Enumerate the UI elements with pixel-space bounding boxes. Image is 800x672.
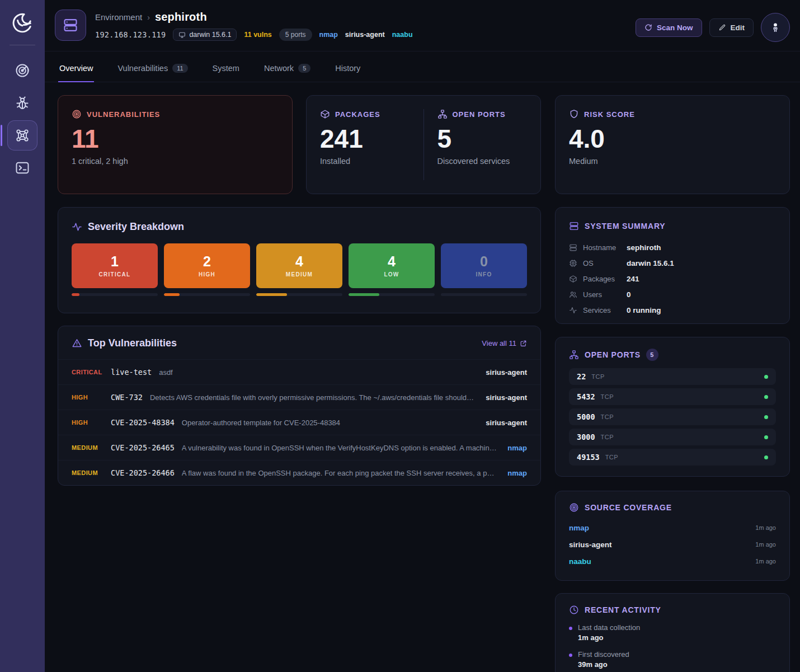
breadcrumb-parent[interactable]: Environment [95, 12, 142, 22]
packages-ports-card: PACKAGES 241 Installed [306, 95, 541, 194]
source-tag-nmap: nmap [319, 31, 338, 39]
system-summary-title: SYSTEM SUMMARY [569, 221, 776, 231]
vulnerability-row[interactable]: HIGH CVE-2025-48384 Operator-authored te… [58, 410, 540, 435]
vulnerability-id: CWE-732 [111, 393, 143, 402]
port-row[interactable]: 5432 TCP [569, 388, 776, 405]
source-row-sirius-agent: sirius-agent 1m ago [569, 536, 776, 553]
open-ports-stat: OPEN PORTS 5 Discovered services [423, 109, 541, 180]
vulnerability-id: CVE-2025-48384 [111, 418, 175, 427]
severity-breakdown-title: Severity Breakdown [72, 221, 527, 233]
port-status-dot [764, 375, 768, 379]
page-header: Environment › sephiroth 192.168.123.119 [45, 0, 800, 51]
source-row-naabu: naabu 1m ago [569, 553, 776, 570]
tab-vulnerabilities-badge: 11 [172, 64, 187, 73]
tab-overview-label: Overview [59, 64, 93, 73]
pulse-icon [569, 306, 577, 314]
severity-breakdown-card: Severity Breakdown 1 CRITICAL 2 HIGH 4 [58, 207, 541, 313]
vulnerability-row[interactable]: HIGH CWE-732 Detects AWS credentials fil… [58, 384, 540, 410]
tab-vulnerabilities[interactable]: Vulnerabilities 11 [116, 63, 189, 82]
target-icon [72, 109, 82, 119]
severity-bar-low [349, 293, 435, 296]
vulnerability-description: A flaw was found in the OpenSSH package.… [182, 469, 498, 477]
server-icon [569, 243, 577, 252]
tab-system[interactable]: System [211, 63, 241, 82]
open-ports-count: 5 [437, 126, 528, 152]
refresh-icon [644, 24, 652, 31]
summary-row-hostname: Hostname sephiroth [569, 239, 776, 255]
vulnerabilities-count: 11 [72, 126, 279, 152]
network-icon [569, 350, 579, 360]
wolf-logo[interactable] [10, 10, 35, 36]
pencil-icon [718, 24, 726, 31]
radar-icon [15, 63, 30, 78]
vulnerability-row[interactable]: MEDIUM CVE-2025-26466 A flaw was found i… [58, 460, 540, 485]
tab-network[interactable]: Network 5 [263, 63, 312, 82]
sidebar-item-terminal[interactable] [7, 153, 37, 183]
pulse-icon [72, 222, 82, 232]
source-tag-sirius-agent: sirius-agent [345, 31, 385, 39]
port-status-dot [764, 435, 768, 439]
terminal-icon [15, 160, 30, 176]
tab-system-label: System [213, 64, 239, 73]
source-coverage-card: SOURCE COVERAGE nmap 1m ago sirius-agent… [555, 491, 790, 581]
severity-label: MEDIUM [72, 444, 111, 451]
port-row[interactable]: 49153 TCP [569, 449, 776, 466]
port-row[interactable]: 5000 TCP [569, 408, 776, 425]
vulnerabilities-subtitle: 1 critical, 2 high [72, 157, 279, 166]
risk-score-card: RISK SCORE 4.0 Medium [555, 95, 790, 194]
open-ports-badge: 5 [646, 349, 658, 361]
port-row[interactable]: 22 TCP [569, 368, 776, 385]
scan-now-button[interactable]: Scan Now [636, 18, 702, 37]
warning-icon [72, 338, 82, 349]
severity-label: CRITICAL [72, 369, 111, 375]
sidebar-item-scanner[interactable] [7, 55, 37, 86]
tab-network-badge: 5 [298, 64, 310, 73]
host-server-icon [55, 10, 86, 41]
vulnerability-row[interactable]: MEDIUM CVE-2025-26465 A vulnerability wa… [58, 435, 540, 460]
port-status-dot [764, 455, 768, 459]
vulnerability-source: nmap [507, 444, 527, 452]
vulnerability-description: A vulnerability was found in OpenSSH whe… [182, 444, 498, 452]
risk-score-value: 4.0 [569, 126, 776, 152]
port-status-dot [764, 395, 768, 399]
tab-history[interactable]: History [334, 63, 361, 82]
vulnerability-source: sirius-agent [486, 419, 527, 427]
tab-overview[interactable]: Overview [58, 63, 94, 82]
activity-item: Last data collection 1m ago [569, 623, 776, 642]
view-all-link[interactable]: View all 11 [482, 339, 527, 347]
vulnerability-description: Detects AWS credentials file with overly… [150, 393, 476, 402]
monitor-icon [178, 31, 186, 39]
sidebar [0, 0, 45, 672]
page: Environment › sephiroth 192.168.123.119 [0, 0, 800, 672]
severity-box-info: 0 INFO [441, 243, 527, 288]
severity-bar-high [164, 293, 250, 296]
summary-row-users: Users 0 [569, 286, 776, 302]
edit-button[interactable]: Edit [709, 18, 754, 37]
clock-icon [569, 605, 579, 615]
os-pill: darwin 15.6.1 [173, 29, 237, 41]
breadcrumb: Environment › sephiroth [95, 11, 413, 24]
target-icon [569, 502, 579, 513]
port-row[interactable]: 3000 TCP [569, 429, 776, 445]
sidebar-item-environment[interactable] [7, 120, 37, 151]
os-label: darwin 15.6.1 [189, 31, 231, 39]
packages-count: 241 [320, 126, 410, 152]
vulnerability-description: asdf [159, 368, 476, 377]
summary-row-services: Services 0 running [569, 302, 776, 318]
severity-label: HIGH [72, 419, 111, 426]
avatar[interactable] [761, 13, 790, 42]
ports-count-badge: 5 ports [279, 29, 312, 41]
vulnerability-row[interactable]: CRITICAL live-test asdf sirius-agent [58, 359, 540, 384]
package-icon [320, 109, 330, 119]
recent-activity-card: RECENT ACTIVITY Last data collection 1m … [555, 593, 790, 672]
vulnerabilities-stat-card: VULNERABILITIES 11 1 critical, 2 high [58, 95, 293, 194]
risk-score-subtitle: Medium [569, 157, 776, 166]
scan-now-label: Scan Now [657, 24, 693, 32]
open-ports-subtitle: Discovered services [437, 157, 528, 166]
sidebar-item-vulnerabilities[interactable] [7, 88, 37, 118]
sidebar-divider [10, 45, 35, 45]
vulnerability-source: nmap [507, 469, 527, 477]
cpu-icon [569, 259, 577, 267]
vulnerability-source: sirius-agent [486, 393, 527, 402]
vulnerability-source: sirius-agent [486, 368, 527, 377]
